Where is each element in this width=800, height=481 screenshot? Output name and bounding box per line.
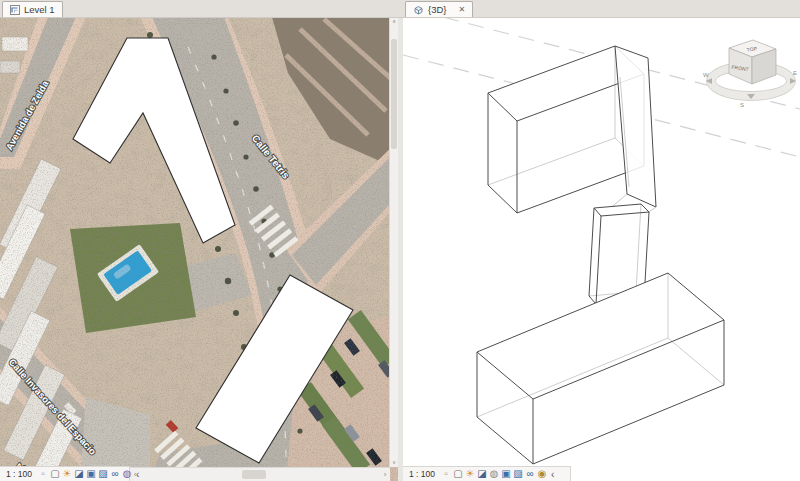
crop-view-icon[interactable]: ▣: [85, 467, 97, 481]
show-rendering-dialog-icon[interactable]: ◍: [488, 467, 500, 481]
reveal-hidden-elements-icon[interactable]: ◍: [121, 467, 133, 481]
reveal-hidden-elements-icon[interactable]: ◉: [536, 467, 548, 481]
compass-west-label[interactable]: W: [703, 72, 709, 78]
visual-style-icon[interactable]: ▢: [452, 467, 464, 481]
tab-label: Level 1: [24, 4, 55, 15]
temporary-hide-isolate-icon[interactable]: ∞: [524, 467, 536, 481]
crop-region-visibility-icon[interactable]: ▨: [97, 467, 109, 481]
detail-level-icon[interactable]: ▫: [440, 467, 452, 481]
plan-view-panel[interactable]: Avenida de Zelda Calle Tetris Calle Inva…: [0, 17, 398, 481]
tab-level-1[interactable]: Level 1: [2, 1, 63, 17]
scale-button[interactable]: 1 : 100: [6, 469, 32, 479]
collapse-arrow-icon[interactable]: ‹: [551, 469, 554, 480]
visual-style-icon[interactable]: ▢: [49, 467, 61, 481]
floor-plan-icon: [10, 5, 20, 15]
vcb-icons: ▫▢☀◪▣▨∞◍: [37, 467, 133, 481]
vcb-icons: ▫▢☀◪◍▣▨∞◉: [440, 467, 548, 481]
crop-view-icon[interactable]: ▣: [500, 467, 512, 481]
view-control-bar-plan: 1 : 100 ▫▢☀◪▣▨∞◍ ‹: [0, 466, 130, 481]
3d-viewport[interactable]: W E S TOP FRONT: [403, 17, 800, 481]
scroll-right-arrow[interactable]: ›: [380, 468, 390, 481]
vertical-scroll-thumb[interactable]: [391, 39, 397, 149]
temporary-hide-isolate-icon[interactable]: ∞: [109, 467, 121, 481]
3d-view-icon: [413, 5, 424, 15]
tab-label: {3D}: [428, 4, 447, 15]
horizontal-scrollbar[interactable]: ‹ ›: [130, 467, 390, 481]
scroll-down-arrow[interactable]: ∨: [390, 458, 398, 467]
3d-view-panel[interactable]: W E S TOP FRONT 1 : 100 ▫▢☀◪◍▣▨∞◉ ‹: [403, 17, 800, 481]
vertical-scrollbar[interactable]: ∧ ∨: [389, 17, 398, 467]
tab-3d[interactable]: {3D} ✕: [405, 1, 473, 17]
crop-region-visibility-icon[interactable]: ▨: [512, 467, 524, 481]
close-icon[interactable]: ✕: [459, 5, 466, 14]
compass-south-label[interactable]: S: [740, 102, 744, 108]
horizontal-scroll-thumb[interactable]: [242, 470, 266, 479]
shadows-icon[interactable]: ◪: [476, 467, 488, 481]
collapse-arrow-icon[interactable]: ‹: [136, 469, 139, 480]
scroll-up-arrow[interactable]: ∧: [390, 17, 398, 26]
aerial-map[interactable]: Avenida de Zelda Calle Tetris Calle Inva…: [0, 17, 398, 481]
compass-east-label[interactable]: E: [793, 70, 797, 76]
detail-level-icon[interactable]: ▫: [37, 467, 49, 481]
view-tab-bar: Level 1 {3D} ✕: [0, 0, 800, 18]
revit-window: Level 1 {3D} ✕: [0, 0, 800, 481]
panel-splitter[interactable]: [398, 17, 403, 481]
view-control-bar-3d: 1 : 100 ▫▢☀◪◍▣▨∞◉ ‹: [403, 466, 571, 481]
sun-path-icon[interactable]: ☀: [464, 467, 476, 481]
sun-path-icon[interactable]: ☀: [61, 467, 73, 481]
shadows-icon[interactable]: ◪: [73, 467, 85, 481]
scale-button[interactable]: 1 : 100: [409, 469, 435, 479]
